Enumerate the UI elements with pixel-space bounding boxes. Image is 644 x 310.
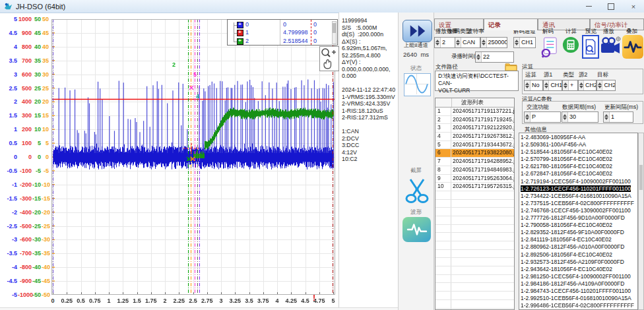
table-row[interactable]: 52024051717193443672.j: [435, 141, 514, 150]
legend-row[interactable]: 14.7999980: [228, 29, 337, 37]
spinner-down-icon[interactable]: [515, 43, 519, 46]
list-item[interactable]: 1-2.726123-1CECF456-110201FFFF001100: [519, 185, 637, 193]
file-path-field[interactable]: D:\快速访问资料\DCCTEST-CAN- VOLT-CURR: [435, 71, 519, 91]
spinner-arrows-icon[interactable]: [597, 80, 602, 90]
list-item[interactable]: 1-2.570799-181056F4-EC10C40E02: [519, 156, 637, 163]
calculator-icon[interactable]: [562, 35, 579, 55]
spinner-arrows-icon[interactable]: [481, 38, 487, 47]
operation-field-spinner[interactable]: CH1: [543, 80, 562, 91]
spinner-down-icon[interactable]: [544, 86, 548, 88]
spinner-arrows-icon[interactable]: [544, 80, 549, 90]
spinner-up-icon[interactable]: [456, 40, 460, 42]
baud-rate-spinner[interactable]: 250000: [480, 37, 507, 48]
spinner-arrows-icon[interactable]: [476, 52, 482, 62]
spinner-down-icon[interactable]: [435, 43, 439, 46]
list-item[interactable]: 1-2.746768-1CECF456-13090002FF001100: [519, 207, 637, 214]
spinner-up-icon[interactable]: [515, 40, 519, 42]
operation-field-spinner[interactable]: No: [524, 80, 543, 91]
spinner-up-icon[interactable]: [598, 82, 602, 85]
spinner-down-icon[interactable]: [564, 86, 567, 88]
list-item[interactable]: 1-2.841119-181056F4-EC10C40E02: [519, 236, 637, 243]
spinner-up-icon[interactable]: [544, 82, 548, 85]
list-item[interactable]: 1-2.734422-1CEB56F4-016810010090A15A: [519, 193, 637, 200]
spinner-up-icon[interactable]: [604, 114, 608, 117]
spinner-arrows-icon[interactable]: [563, 80, 569, 90]
maximize-icon[interactable]: [607, 3, 615, 11]
table-row[interactable]: 82024051717194846983.j: [435, 166, 514, 175]
list-item[interactable]: 1-2.996486-1CEB56F4-02C800FFFFFFFFFF: [519, 302, 637, 309]
plot-legend[interactable]: 00014.799998022.5185440: [227, 19, 338, 46]
spinner-down-icon[interactable]: [482, 43, 486, 46]
list-item[interactable]: 1-2.829352-1812F456-9F10A00F0000FD: [519, 229, 637, 236]
spinner-arrows-icon[interactable]: [514, 38, 520, 47]
spinner-arrows-icon[interactable]: [525, 112, 531, 122]
table-row[interactable]: 12024051717191137221.j: [435, 108, 514, 116]
spinner-arrows-icon[interactable]: [455, 38, 461, 47]
spinner-up-icon[interactable]: [476, 54, 480, 57]
list-item[interactable]: 1-2.992510-1CEB56F4-016810010090A15A: [519, 295, 637, 302]
list-item[interactable]: 1-2.518544-181056F4-EC10C40E02: [519, 148, 637, 156]
spinner-arrows-icon[interactable]: [435, 38, 441, 47]
list-item[interactable]: 1-2.880962-1812F456-A010A00F0000FD: [519, 243, 637, 251]
table-row[interactable]: 42024051717192673812.j: [435, 133, 514, 141]
operation-field-spinner[interactable]: CH2: [578, 80, 596, 91]
spinner-down-icon[interactable]: [604, 117, 608, 120]
list-item[interactable]: 1-2.790058-181056F4-EC10C40E02: [519, 222, 637, 229]
table-row[interactable]: 32024051717192122920.j: [435, 124, 514, 133]
spinner-arrows-icon[interactable]: [525, 80, 531, 90]
list-item[interactable]: 1-2.981250-1CEC56F4-10090002FF001100: [519, 273, 637, 280]
list-item[interactable]: 1-2.719194-1CEC56F4-10090002FF001100: [519, 178, 637, 185]
spinner-down-icon[interactable]: [598, 86, 602, 88]
list-item[interactable]: 1-2.621780-181056F4-EC10C40E02: [519, 163, 637, 170]
list-item-selected[interactable]: 1-2.726123-1CECF456-110201FFFF001100: [521, 185, 631, 192]
ac-field-spinner[interactable]: 30: [562, 111, 598, 123]
spinner-up-icon[interactable]: [435, 40, 439, 42]
list-item[interactable]: 1-2.737515-1CEB56F4-02C800FFFFFFFFFF: [519, 200, 637, 207]
list-item[interactable]: 1-2.892506-181056F4-EC10C40E02: [519, 251, 637, 259]
spinner-up-icon[interactable]: [482, 40, 486, 42]
list-item[interactable]: 1-2.777726-1812F456-9D10A00F0000FD: [519, 214, 637, 222]
spinner-down-icon[interactable]: [579, 86, 583, 88]
oscilloscope-plot[interactable]: [51, 19, 335, 295]
minimize-icon[interactable]: [585, 3, 593, 11]
spinner-up-icon[interactable]: [525, 82, 529, 85]
preview-icon[interactable]: [582, 35, 599, 59]
list-item[interactable]: 1-2.672847-181056F4-EC10C40E02: [519, 170, 637, 177]
record-time-spinner[interactable]: 22: [475, 51, 514, 63]
list-item[interactable]: 1-2.932573-1812F456-A2109F0F0000FD: [519, 259, 637, 266]
spinner-down-icon[interactable]: [476, 57, 480, 60]
legend-row[interactable]: 22.5185440: [228, 38, 337, 46]
decode-icon[interactable]: [540, 35, 558, 60]
spinner-arrows-icon[interactable]: [579, 80, 584, 90]
spinner-down-icon[interactable]: [563, 117, 567, 120]
fast-forward-button[interactable]: [402, 20, 432, 42]
spinner-up-icon[interactable]: [579, 82, 583, 85]
spinner-down-icon[interactable]: [525, 117, 529, 120]
list-item[interactable]: 1-2.483069-180956F4-AA: [519, 134, 637, 141]
spinner-up-icon[interactable]: [563, 114, 567, 117]
spinner-down-icon[interactable]: [456, 43, 460, 46]
table-row[interactable]: 72024051717194288952.j: [435, 158, 514, 166]
other-info-scrollbar-thumb[interactable]: [639, 165, 643, 190]
decode-type-spinner[interactable]: CAN: [455, 37, 480, 48]
legend-row[interactable]: 000: [228, 21, 337, 29]
waveform-button[interactable]: [402, 217, 431, 242]
plot-zoom-controls[interactable]: [319, 46, 339, 71]
spinner-up-icon[interactable]: [564, 82, 567, 85]
screenshot-scissors-button[interactable]: [404, 175, 430, 204]
list-item[interactable]: 1-2.943642-181056F4-EC10C40E02: [519, 266, 637, 273]
other-info-scrollbar[interactable]: [638, 133, 644, 310]
operation-field-spinner[interactable]: CH2: [596, 80, 616, 91]
overlay-icon[interactable]: [622, 35, 643, 59]
ac-field-spinner[interactable]: 1: [603, 111, 633, 123]
spinner-arrows-icon[interactable]: [604, 112, 610, 122]
list-item[interactable]: 1-2.984743-1CECF456-110201FFFF001100: [519, 288, 637, 295]
spinner-arrows-icon[interactable]: [562, 112, 568, 122]
play-count-spinner[interactable]: 2: [434, 37, 455, 48]
table-row[interactable]: 22024051717191719245.j: [435, 116, 514, 125]
table-row[interactable]: 62024051717193822080.j: [435, 149, 514, 158]
camera-icon[interactable]: [599, 35, 622, 56]
ac-field-spinner[interactable]: P: [524, 111, 561, 123]
spinner-down-icon[interactable]: [525, 86, 529, 88]
operation-field-spinner[interactable]: +: [562, 80, 578, 91]
